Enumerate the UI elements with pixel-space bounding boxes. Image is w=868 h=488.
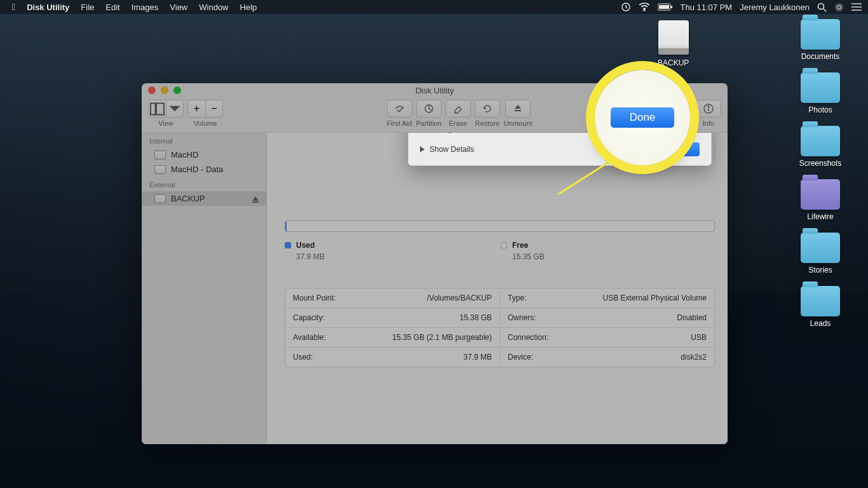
usage-bar: [285, 220, 715, 232]
menubar-user[interactable]: Jeremy Laukkonen: [740, 3, 810, 12]
menubar:  Disk Utility File Edit Images View Win…: [0, 0, 868, 14]
main-pane: e, Jou… 15.38 GB Used 37.9 MB Free 15.35…: [267, 133, 728, 444]
battery-icon[interactable]: [658, 3, 673, 11]
external-hdd-icon: [154, 194, 166, 203]
svg-point-5: [818, 3, 824, 9]
svg-rect-14: [515, 110, 521, 111]
menu-edit[interactable]: Edit: [100, 3, 125, 12]
show-details-toggle[interactable]: Show Details: [420, 145, 474, 154]
minimize-button[interactable]: [161, 86, 168, 94]
info-button[interactable]: [696, 100, 721, 118]
unmount-button[interactable]: [505, 100, 531, 118]
notification-center-icon[interactable]: [851, 3, 862, 11]
apple-menu[interactable]: : [6, 2, 21, 12]
view-control[interactable]: [148, 100, 184, 118]
folder-lifewire[interactable]: Lifewire: [792, 179, 849, 221]
desktop-drive-label: BACKUP: [658, 58, 689, 67]
menu-window[interactable]: Window: [193, 3, 234, 12]
menu-help[interactable]: Help: [234, 3, 263, 12]
sidebar-item-backup[interactable]: BACKUP: [142, 191, 266, 206]
hdd-icon: [154, 151, 166, 159]
spotlight-icon[interactable]: [817, 3, 827, 12]
svg-point-1: [644, 10, 645, 11]
sidebar-item-machd-data[interactable]: MacHD - Data: [142, 162, 266, 177]
menu-app[interactable]: Disk Utility: [21, 3, 75, 12]
sidebar-internal-header: Internal: [142, 133, 266, 147]
hdd-icon: [154, 165, 166, 174]
folder-photos[interactable]: Photos: [792, 72, 849, 114]
erase-button[interactable]: [445, 100, 471, 118]
free-value: 15.35 GB: [512, 252, 666, 261]
menu-file[interactable]: File: [75, 3, 100, 12]
svg-rect-11: [151, 103, 156, 114]
free-label: Free: [512, 241, 528, 250]
svg-rect-3: [659, 5, 669, 9]
svg-point-16: [708, 106, 709, 107]
volume-control[interactable]: + −: [187, 100, 223, 118]
menu-images[interactable]: Images: [126, 3, 165, 12]
close-button[interactable]: [148, 86, 156, 94]
svg-rect-4: [671, 6, 672, 8]
svg-point-6: [835, 3, 844, 11]
timemachine-icon[interactable]: [621, 2, 631, 12]
restore-button[interactable]: [475, 100, 500, 118]
sidebar-item-machd[interactable]: MacHD: [142, 147, 266, 162]
window-title: Disk Utility: [416, 86, 454, 95]
partition-button[interactable]: [416, 100, 442, 118]
desktop-folders: Documents Photos Screenshots Lifewire St…: [792, 19, 849, 328]
callout-magnifier: Done: [595, 70, 690, 165]
toolbar-volume-label: Volume: [194, 119, 217, 127]
folder-leads[interactable]: Leads: [792, 286, 849, 328]
minus-icon: −: [205, 100, 223, 118]
eject-icon[interactable]: [252, 196, 259, 201]
external-drive-icon: [658, 20, 689, 55]
firstaid-button[interactable]: [387, 100, 412, 118]
used-label: Used: [296, 241, 315, 250]
svg-rect-12: [156, 103, 164, 114]
used-swatch: [285, 242, 291, 248]
menubar-clock[interactable]: Thu 11:07 PM: [681, 3, 733, 12]
folder-documents[interactable]: Documents: [792, 19, 849, 61]
sidebar: Internal MacHD MacHD - Data External BAC…: [142, 133, 267, 444]
folder-screenshots[interactable]: Screenshots: [792, 126, 849, 168]
folder-stories[interactable]: Stories: [792, 233, 849, 274]
menu-view[interactable]: View: [164, 3, 193, 12]
plus-icon: +: [187, 100, 205, 118]
sidebar-external-header: External: [142, 177, 266, 191]
disclosure-triangle-icon: [420, 146, 424, 152]
used-value: 37.9 MB: [296, 252, 450, 261]
magnified-done-button: Done: [611, 107, 674, 128]
siri-icon[interactable]: [834, 3, 844, 12]
zoom-button[interactable]: [173, 86, 181, 94]
desktop-drive-backup[interactable]: BACKUP: [658, 20, 689, 67]
details-table: Mount Point:/Volumes/BACKUP Type:USB Ext…: [285, 288, 715, 367]
window-traffic-lights: [148, 86, 181, 94]
free-swatch: [501, 242, 507, 248]
wifi-icon[interactable]: [639, 3, 650, 11]
toolbar-view-label: View: [158, 119, 173, 127]
